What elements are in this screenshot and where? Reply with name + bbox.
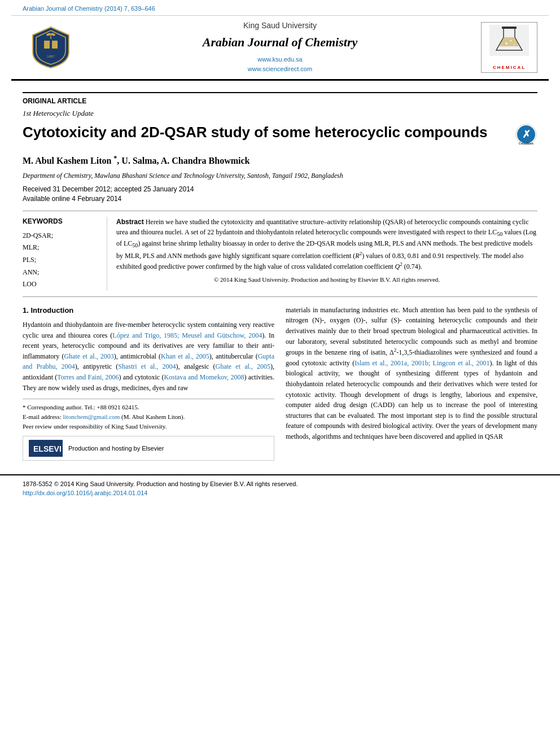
journal-citation[interactable]: Arabian Journal of Chemistry (2014) 7, 6… (23, 5, 155, 12)
ref-ghate2003[interactable]: Ghate et al., 2003 (64, 352, 113, 360)
abstract-label: Abstract (116, 218, 144, 226)
keyword-3: PLS; (23, 254, 98, 267)
elsevier-logo: ELSEVIER (29, 440, 63, 457)
abstract-section: KEYWORDS 2D-QSAR; MLR; PLS; ANN; LOO Abs… (23, 211, 537, 297)
journal-link[interactable]: Arabian Journal of Chemistry (2014) 7, 6… (0, 0, 560, 15)
svg-rect-1 (52, 41, 58, 49)
journal-urls: www.ksu.edu.sa www.sciencedirect.com (85, 55, 475, 75)
keyword-4: ANN; (23, 267, 98, 279)
article-section-label: 1st Heterocyclic Update (23, 108, 537, 119)
article-title: Cytotoxicity and 2D-QSAR study of some h… (23, 123, 515, 142)
journal-url2[interactable]: www.sciencedirect.com (85, 64, 475, 75)
svg-point-11 (514, 44, 515, 45)
ref-ghate2005[interactable]: Ghate et al., 2005 (216, 362, 271, 370)
footer-doi[interactable]: http://dx.doi.org/10.1016/j.arabjc.2014.… (23, 490, 147, 496)
svg-text:✗: ✗ (522, 129, 531, 140)
footnote-peer: Peer review under responsibility of King… (23, 422, 274, 431)
ref-islam[interactable]: Islam et al., 2001a, 2001b; Lingcon et a… (355, 359, 489, 367)
ref-lopez[interactable]: López and Trigo, 1985; Meusel and Gütsch… (112, 331, 262, 339)
footnote-corresponding: * Corresponding author. Tel.: +88 0921 6… (23, 403, 274, 412)
abstract-text: Herein we have studied the cytotoxicity … (116, 218, 536, 270)
ref-kostava[interactable]: Kostava and Momekov, 2008 (164, 373, 244, 381)
svg-rect-0 (44, 41, 50, 49)
available-date: Available online 4 February 2014 (23, 194, 537, 204)
keywords-title: KEYWORDS (23, 217, 98, 226)
left-column: 1. Introduction Hydantoin and thiohydant… (23, 305, 274, 461)
elsevier-box: ELSEVIER Production and hosting by Elsev… (23, 436, 274, 461)
svg-text:ELSEVIER: ELSEVIER (33, 444, 62, 453)
page: Arabian Journal of Chemistry (2014) 7, 6… (0, 0, 560, 747)
article-title-row: Cytotoxicity and 2D-QSAR study of some h… (23, 123, 537, 146)
svg-rect-8 (502, 27, 517, 29)
footnote-email: E-mail address: litonchem@gmail.com (M. … (23, 412, 274, 422)
intro-p1: Hydantoin and thiohydantoin are five-mem… (23, 320, 274, 393)
article-type-label: ORIGINAL ARTICLE (23, 92, 537, 106)
email-link[interactable]: litonchem@gmail.com (63, 413, 120, 420)
article-body: 1. Introduction Hydantoin and thiohydant… (23, 305, 537, 461)
elsevier-text: Production and hosting by Elsevier (68, 444, 164, 453)
right-column: materials in manufacturing industries et… (286, 305, 537, 461)
keyword-2: MLR; (23, 242, 98, 254)
affiliation: Department of Chemistry, Mawlana Bhashan… (23, 171, 537, 181)
article-content: ORIGINAL ARTICLE 1st Heterocyclic Update… (0, 81, 560, 466)
footnote-block: * Corresponding author. Tel.: +88 0921 6… (23, 399, 274, 431)
footer-issn: 1878-5352 © 2014 King Saud University. P… (23, 480, 537, 488)
received-date: Received 31 December 2012; accepted 25 J… (23, 185, 537, 194)
journal-title-block: King Saud University Arabian Journal of … (79, 20, 481, 75)
crossmark-badge[interactable]: ✗ CrossMark (515, 123, 537, 146)
university-name: King Saud University (85, 20, 475, 32)
journal-name-heading: Arabian Journal of Chemistry (85, 34, 475, 51)
journal-header: 1957 King Saud University Arabian Journa… (11, 15, 549, 81)
svg-point-9 (505, 42, 508, 45)
svg-text:CrossMark: CrossMark (519, 142, 533, 145)
chemical-text: CHEMICAL (493, 64, 526, 71)
keyword-1: 2D-QSAR; (23, 230, 98, 242)
and-text: and (343, 433, 352, 440)
svg-text:1957: 1957 (47, 55, 55, 58)
intro-heading: 1. Introduction (23, 305, 274, 316)
ref-shastri[interactable]: Shastri et al., 2004 (118, 362, 176, 370)
ref-khan[interactable]: Khan et al., 2005 (161, 352, 209, 360)
dates: Received 31 December 2012; accepted 25 J… (23, 185, 537, 204)
abstract-box: Abstract Herein we have studied the cyto… (116, 217, 537, 291)
keywords-list: 2D-QSAR; MLR; PLS; ANN; LOO (23, 230, 98, 291)
intro-col2-p1: materials in manufacturing industries et… (286, 305, 537, 442)
keyword-5: LOO (23, 278, 98, 291)
ksu-logo: 1957 (23, 22, 79, 73)
chemical-logo: CHEMICAL (481, 22, 537, 73)
abstract-copyright: © 2014 King Saud University. Production … (116, 275, 537, 285)
author-names: M. Abul Kashem Liton *, U. Salma, A. Cha… (23, 156, 250, 165)
ref-torres[interactable]: Torres and Faini, 2006 (57, 373, 119, 381)
keywords-box: KEYWORDS 2D-QSAR; MLR; PLS; ANN; LOO (23, 217, 107, 291)
page-footer: 1878-5352 © 2014 King Saud University. P… (0, 474, 560, 502)
svg-point-10 (510, 40, 512, 42)
journal-url1[interactable]: www.ksu.edu.sa (85, 55, 475, 65)
authors: M. Abul Kashem Liton *, U. Salma, A. Cha… (23, 154, 537, 168)
